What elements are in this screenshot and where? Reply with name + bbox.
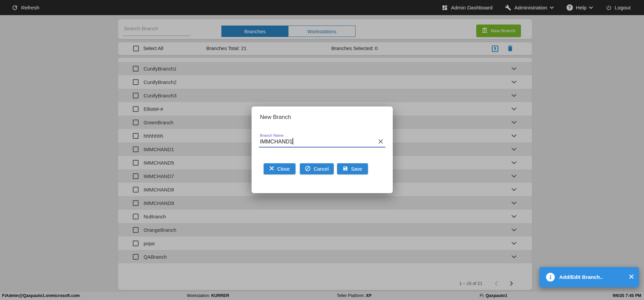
cancel-button-label: Cancel xyxy=(314,166,329,172)
block-icon xyxy=(305,166,311,172)
text-cursor xyxy=(292,138,293,144)
save-button[interactable]: Save xyxy=(337,163,368,174)
close-x-icon xyxy=(378,140,383,145)
close-x-icon xyxy=(269,166,274,172)
dialog-title: New Branch xyxy=(260,114,291,121)
toast-close-button[interactable] xyxy=(629,274,634,280)
clear-input-button[interactable] xyxy=(378,139,383,145)
info-icon: i xyxy=(546,273,555,282)
toast-notification: i Add/Edit Branch.. xyxy=(539,267,639,287)
save-button-label: Save xyxy=(351,166,362,172)
close-button[interactable]: Close xyxy=(264,163,296,174)
admin-dashboard-screen: Refresh Admin Dashboard Administration xyxy=(0,0,644,300)
branch-name-label: Branch Name xyxy=(260,133,283,137)
close-button-label: Close xyxy=(277,166,289,172)
save-floppy-icon xyxy=(343,166,348,172)
cancel-button[interactable]: Cancel xyxy=(300,163,334,174)
close-x-icon xyxy=(629,274,634,280)
toast-message: Add/Edit Branch.. xyxy=(559,274,629,280)
new-branch-dialog: New Branch Branch Name Close Cancel xyxy=(252,106,393,193)
branch-name-input[interactable] xyxy=(260,138,371,146)
input-underline xyxy=(259,147,385,147)
